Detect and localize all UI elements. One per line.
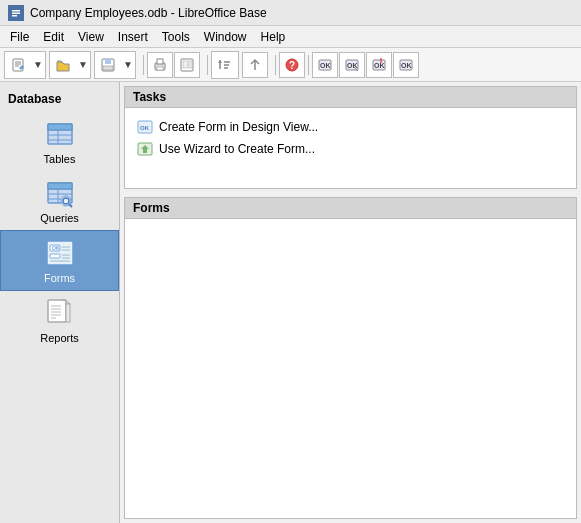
svg-rect-10 [105,59,111,64]
separator-1 [143,55,144,75]
menu-file[interactable]: File [4,28,35,46]
svg-rect-39 [48,124,72,130]
svg-text:OK: OK [52,245,60,251]
forms-panel-content [125,219,576,339]
tasks-content: OK Create Form in Design View... Use Wiz… [125,108,576,188]
svg-text:OK: OK [140,125,150,131]
create-form-design-icon: OK [137,119,153,135]
main-area: Database Tables [0,82,581,523]
wizard-form-icon [137,141,153,157]
svg-rect-14 [157,67,163,70]
create-form-design-label: Create Form in Design View... [159,120,318,134]
forms-panel: Forms [124,197,577,519]
navigate-up-button[interactable] [242,52,268,78]
menu-view[interactable]: View [72,28,110,46]
svg-rect-16 [183,61,188,68]
sidebar-item-reports[interactable]: Reports [0,291,119,350]
sidebar-item-tables[interactable]: Tables [0,112,119,171]
open-button[interactable] [50,52,76,78]
wizard-form-item[interactable]: Use Wizard to Create Form... [133,138,568,160]
forms-panel-header: Forms [125,198,576,219]
svg-rect-3 [12,15,17,17]
menu-window[interactable]: Window [198,28,253,46]
sidebar-item-queries-label: Queries [40,212,79,224]
svg-rect-11 [103,66,113,70]
sidebar-item-forms-label: Forms [44,272,75,284]
sidebar-item-forms[interactable]: OK Forms [0,230,119,291]
db-button-4[interactable]: OK [393,52,419,78]
sidebar-item-queries[interactable]: Queries [0,171,119,230]
svg-text:OK: OK [401,62,412,69]
open-dropdown[interactable]: ▼ [76,52,90,78]
menu-tools[interactable]: Tools [156,28,196,46]
svg-rect-45 [48,183,72,189]
help-button[interactable]: ? [279,52,305,78]
preview-button[interactable] [174,52,200,78]
db-button-2[interactable]: OK [339,52,365,78]
svg-rect-2 [12,12,20,14]
right-panel: Tasks OK Create Form in Design View... [120,82,581,523]
separator-4 [308,55,309,75]
svg-rect-59 [66,304,70,322]
tasks-header: Tasks [125,87,576,108]
separator-3 [275,55,276,75]
menu-bar: File Edit View Insert Tools Window Help [0,26,581,48]
svg-text:OK: OK [347,62,358,69]
svg-text:OK: OK [320,62,331,69]
db-button-1[interactable]: OK [312,52,338,78]
db-button-3[interactable]: OK [366,52,392,78]
sidebar-item-reports-label: Reports [40,332,79,344]
print-button[interactable] [147,52,173,78]
save-button[interactable] [95,52,121,78]
window-title: Company Employees.odb - LibreOffice Base [30,6,267,20]
svg-rect-1 [12,10,20,12]
svg-rect-13 [157,59,163,64]
svg-rect-52 [50,254,60,258]
menu-help[interactable]: Help [255,28,292,46]
toolbar: ▼ ▼ ▼ [0,48,581,82]
menu-insert[interactable]: Insert [112,28,154,46]
sidebar-item-tables-label: Tables [44,153,76,165]
svg-rect-58 [48,300,66,322]
menu-edit[interactable]: Edit [37,28,70,46]
new-dropdown[interactable]: ▼ [31,52,45,78]
sort-asc-button[interactable] [212,52,238,78]
svg-rect-17 [189,61,192,68]
separator-2 [207,55,208,75]
app-icon [8,5,24,21]
title-bar: Company Employees.odb - LibreOffice Base [0,0,581,26]
svg-text:OK: OK [374,62,385,69]
create-form-design-item[interactable]: OK Create Form in Design View... [133,116,568,138]
sidebar: Database Tables [0,82,120,523]
new-button[interactable] [5,52,31,78]
wizard-form-label: Use Wizard to Create Form... [159,142,315,156]
sidebar-title: Database [0,90,119,112]
svg-line-48 [69,204,72,207]
svg-text:?: ? [289,60,295,71]
tasks-section: Tasks OK Create Form in Design View... [124,86,577,189]
save-dropdown[interactable]: ▼ [121,52,135,78]
